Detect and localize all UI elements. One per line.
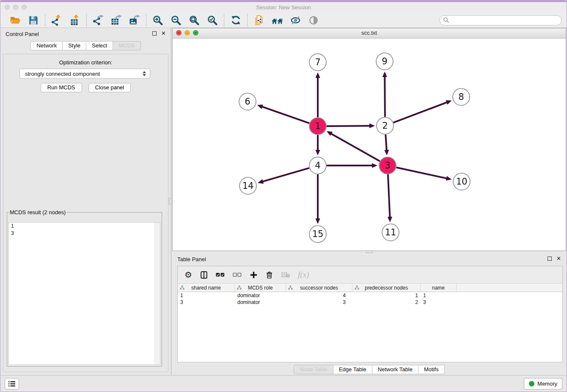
network-minimize-button[interactable]: − [184, 30, 190, 36]
float-panel-icon[interactable] [152, 31, 157, 36]
graph-edge-4-3[interactable] [327, 163, 377, 168]
graph-node-4[interactable]: 4 [309, 157, 326, 174]
graph-edge-1-4[interactable] [315, 135, 320, 155]
network-close-button[interactable]: ✕ [176, 30, 182, 36]
duplicate-network-icon[interactable] [253, 14, 265, 26]
criterion-select[interactable]: strongly connected component [19, 69, 150, 79]
home-layout-icon[interactable] [271, 14, 283, 26]
svg-text:9: 9 [382, 56, 387, 66]
main-toolbar [0, 13, 567, 28]
graph-node-9[interactable]: 9 [376, 53, 393, 70]
minimize-window-button[interactable] [13, 5, 18, 10]
float-table-panel-icon[interactable] [548, 257, 552, 261]
toggle-columns-icon[interactable] [200, 271, 208, 279]
network-maximize-button[interactable]: + [193, 30, 198, 36]
graph-node-11[interactable]: 11 [382, 224, 399, 241]
tab-node-table[interactable]: Node Table [294, 365, 333, 374]
graph-edge-4-14[interactable] [258, 168, 309, 184]
table-tabs: Node TableEdge TableNetwork TableMotifs [172, 365, 566, 374]
hide-details-icon[interactable] [289, 14, 301, 26]
table-cell: 3 [421, 299, 457, 306]
network-canvas[interactable]: 7968124314101511 [173, 38, 566, 251]
graph-edge-3-11[interactable] [388, 174, 392, 222]
task-history-button[interactable] [5, 378, 19, 389]
table-header-row: shared nameMCDS rolesuccessor nodesprede… [178, 284, 562, 292]
add-icon[interactable] [250, 271, 258, 279]
search-input[interactable] [440, 15, 561, 25]
graph-node-10[interactable]: 10 [453, 173, 470, 190]
tab-edge-table[interactable]: Edge Table [333, 365, 372, 374]
svg-text:2: 2 [382, 121, 388, 131]
graph-node-2[interactable]: 2 [377, 117, 394, 134]
graph-node-14[interactable]: 14 [239, 177, 256, 194]
column-header-successor-nodes[interactable]: successor nodes [286, 284, 352, 292]
open-file-icon[interactable] [9, 14, 21, 26]
close-panel-icon[interactable]: ✕ [161, 31, 166, 36]
graph-edge-2-8[interactable] [394, 100, 452, 123]
application-window: Session: New Session Control Panel ✕ Net… [0, 0, 567, 392]
mcds-result-line: 1 [9, 223, 160, 230]
search-icon [443, 17, 449, 25]
zoom-out-icon[interactable] [170, 14, 182, 26]
tab-network[interactable]: Network [30, 41, 63, 50]
close-window-button[interactable] [5, 5, 10, 10]
export-table-icon[interactable] [110, 14, 122, 26]
unselect-all-icon[interactable] [233, 272, 242, 277]
result-scrollbar[interactable] [154, 223, 160, 364]
graph-node-15[interactable]: 15 [309, 226, 326, 243]
tab-network-table[interactable]: Network Table [372, 365, 418, 374]
graph-edge-1-2[interactable] [327, 124, 375, 128]
graph-edge-3-10[interactable] [396, 168, 452, 181]
import-table-icon[interactable] [69, 14, 81, 26]
export-image-icon[interactable] [129, 14, 140, 26]
close-panel-button[interactable]: Close panel [88, 83, 131, 92]
graph-node-7[interactable]: 7 [309, 54, 326, 71]
graph-node-3[interactable]: 3 [379, 157, 396, 174]
refresh-icon[interactable] [230, 14, 242, 26]
table-cell: 1 [352, 292, 421, 299]
column-header-predecessor-nodes[interactable]: predecessor nodes [352, 284, 421, 292]
table-row[interactable]: 1dominator411 [178, 292, 562, 299]
show-details-icon[interactable] [308, 14, 319, 26]
zoom-selected-icon[interactable] [206, 14, 218, 26]
graph-edge-1-6[interactable] [257, 105, 310, 123]
table-row[interactable]: 3dominator323 [178, 299, 562, 306]
column-header-shared-name[interactable]: shared name [178, 284, 235, 292]
select-all-icon[interactable] [216, 272, 225, 277]
chevron-up-down-icon [143, 71, 146, 76]
mcds-panel: Optimization criterion: strongly connect… [3, 54, 168, 372]
graph-edge-2-3[interactable] [384, 135, 389, 155]
close-table-panel-icon[interactable]: ✕ [556, 257, 561, 261]
tab-style[interactable]: Style [63, 41, 86, 50]
tab-select[interactable]: Select [86, 41, 113, 50]
graph-edge-2-9[interactable] [383, 72, 387, 117]
mcds-result-list[interactable]: 13 [8, 222, 160, 365]
titlebar: Session: New Session [0, 2, 567, 13]
table-cell: 1 [421, 292, 457, 299]
column-header-MCDS-role[interactable]: MCDS role [235, 284, 286, 292]
criterion-select-value: strongly connected component [25, 71, 100, 77]
vertical-split-handle[interactable] [169, 198, 172, 204]
graph-edge-4-15[interactable] [315, 174, 320, 224]
tab-motifs[interactable]: Motifs [418, 365, 445, 374]
tab-mcds[interactable]: MCDS [113, 41, 140, 50]
graph-edge-1-7[interactable] [315, 72, 320, 117]
optimization-criterion-label: Optimization criterion: [3, 59, 168, 66]
zoom-window-button[interactable] [22, 5, 27, 10]
control-panel-tabs: NetworkStyleSelectMCDS [0, 41, 171, 50]
run-mcds-button[interactable]: Run MCDS [41, 83, 82, 92]
zoom-fit-icon[interactable] [188, 14, 200, 26]
export-network-icon[interactable] [92, 14, 104, 26]
memory-button[interactable]: Memory [524, 378, 562, 389]
save-session-icon[interactable] [28, 14, 39, 26]
graph-edge-3-1[interactable] [327, 131, 380, 161]
horizontal-split-handle[interactable] [366, 250, 373, 253]
column-header-name[interactable]: name [421, 284, 457, 292]
graph-node-8[interactable]: 8 [453, 88, 470, 105]
delete-icon[interactable] [266, 271, 273, 279]
import-network-icon[interactable] [51, 14, 63, 26]
graph-node-1[interactable]: 1 [309, 118, 326, 135]
table-settings-icon[interactable]: ⚙ [184, 271, 192, 279]
graph-node-6[interactable]: 6 [239, 93, 256, 110]
zoom-in-icon[interactable] [152, 14, 164, 26]
